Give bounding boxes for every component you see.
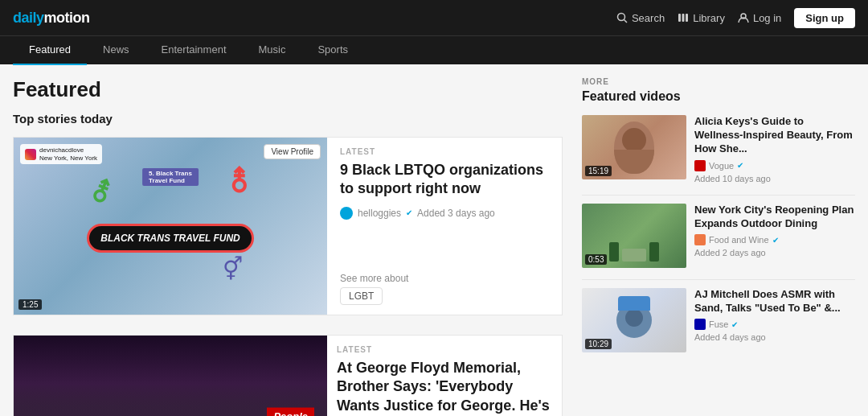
fw-icon xyxy=(694,234,706,245)
fv1-verified: ✔ xyxy=(737,161,743,170)
gender-symbol-green: ⚦ xyxy=(90,178,112,208)
view-profile-button[interactable]: View Profile xyxy=(264,144,321,159)
fv1-title[interactable]: Alicia Keys's Guide to Wellness-Inspired… xyxy=(694,115,855,156)
story-1-info: LATEST 9 Black LBTQO organizations to su… xyxy=(340,138,562,315)
story-1-channel-avatar xyxy=(340,207,353,220)
fv2-title[interactable]: New York City's Reopening Plan Expands O… xyxy=(694,204,855,231)
nav-right-group: Search Library Log in Sign up xyxy=(616,8,855,28)
login-button[interactable]: Log in xyxy=(738,12,781,24)
featured-video-2[interactable]: 0:53 New York City's Reopening Plan Expa… xyxy=(582,204,855,268)
nav-item-featured[interactable]: Featured xyxy=(13,36,87,65)
divider-2 xyxy=(582,279,855,280)
story-2-info: LATEST At George Floyd Memorial, Brother… xyxy=(327,336,562,416)
lgbt-tag[interactable]: LGBT xyxy=(340,287,383,305)
logo-motion: motion xyxy=(44,10,90,26)
fv3-channel: Fuse xyxy=(709,319,728,329)
more-label: MORE xyxy=(582,77,855,86)
fv3-title[interactable]: AJ Mitchell Does ASMR with Sand, Talks "… xyxy=(694,288,855,315)
fv3-info: AJ Mitchell Does ASMR with Sand, Talks "… xyxy=(694,288,855,352)
logo[interactable]: dailymotion xyxy=(13,10,90,27)
fv2-verified: ✔ xyxy=(772,236,779,245)
svg-rect-3 xyxy=(682,14,685,22)
story-2-headline[interactable]: At George Floyd Memorial, Brother Says: … xyxy=(337,359,552,416)
fv1-meta: Vogue ✔ xyxy=(694,160,855,171)
story-1-thumbnail[interactable]: devnichacdloveNew York, New York View Pr… xyxy=(14,138,327,315)
story-1-duration: 1:25 xyxy=(18,299,42,310)
featured-video-1[interactable]: 15:19 Alicia Keys's Guide to Wellness-In… xyxy=(582,115,855,183)
story-1-meta: helloggies ✔ Added 3 days ago xyxy=(340,207,552,220)
see-more-section: See more about LGBT xyxy=(340,273,552,305)
bttf-logo-text: BLACK TRANS TRAVEL FUND xyxy=(87,224,254,253)
svg-point-0 xyxy=(617,14,624,21)
fv2-meta: Food and Wine ✔ xyxy=(694,234,855,245)
see-more-label: See more about xyxy=(340,273,408,284)
story-2-thumbnail[interactable]: People xyxy=(14,336,327,416)
category-navigation: Featured News Entertainment Music Sports xyxy=(0,35,868,64)
library-button[interactable]: Library xyxy=(678,12,725,24)
gender-symbol-red: ⚨ xyxy=(227,166,251,200)
instagram-icon xyxy=(25,149,36,160)
fv3-added: Added 4 days ago xyxy=(694,332,855,342)
signup-button[interactable]: Sign up xyxy=(794,8,855,28)
featured-videos-title: Featured videos xyxy=(582,89,855,104)
fv3-verified: ✔ xyxy=(731,320,738,329)
vogue-icon xyxy=(694,160,706,171)
story-1-added: Added 3 days ago xyxy=(417,208,495,219)
story-card-2: People xyxy=(13,335,563,416)
story-1-latest-label: LATEST xyxy=(340,147,552,156)
fv1-channel: Vogue xyxy=(709,161,734,171)
fv1-added: Added 10 days ago xyxy=(694,174,855,183)
divider-1 xyxy=(582,195,855,196)
people-logo: People xyxy=(267,408,314,417)
svg-line-1 xyxy=(624,20,627,23)
login-label: Log in xyxy=(753,12,781,24)
story-2-latest-label: LATEST xyxy=(337,345,552,354)
fv2-info: New York City's Reopening Plan Expands O… xyxy=(694,204,855,268)
fv3-thumbnail: 10:29 xyxy=(582,288,686,352)
logo-daily: daily xyxy=(13,10,44,26)
svg-rect-4 xyxy=(686,14,688,22)
search-button[interactable]: Search xyxy=(616,12,665,24)
story-card-1: devnichacdloveNew York, New York View Pr… xyxy=(13,137,563,315)
right-panel: MORE Featured videos 15:19 Alicia Keys's… xyxy=(582,77,855,416)
main-content: Featured Top stories today devnichacdlov… xyxy=(0,64,868,416)
nav-item-entertainment[interactable]: Entertainment xyxy=(145,36,243,65)
nav-item-sports[interactable]: Sports xyxy=(301,36,364,65)
fv2-channel: Food and Wine xyxy=(709,235,769,245)
left-panel: Featured Top stories today devnichacdlov… xyxy=(13,77,563,416)
nav-item-news[interactable]: News xyxy=(87,36,145,65)
fv1-info: Alicia Keys's Guide to Wellness-Inspired… xyxy=(694,115,855,183)
svg-rect-2 xyxy=(678,14,681,22)
story-1-channel-name[interactable]: helloggies xyxy=(358,208,401,219)
search-icon xyxy=(616,12,628,23)
fv1-duration: 15:19 xyxy=(585,166,612,176)
user-icon xyxy=(738,12,749,23)
gender-symbol-blue: ⚥ xyxy=(223,256,243,282)
library-icon xyxy=(678,12,689,23)
fv2-duration: 0:53 xyxy=(585,254,607,265)
fv2-added: Added 2 days ago xyxy=(694,248,855,257)
library-label: Library xyxy=(693,12,725,24)
featured-video-3[interactable]: 10:29 AJ Mitchell Does ASMR with Sand, T… xyxy=(582,288,855,352)
fv2-thumbnail: 0:53 xyxy=(582,204,686,268)
section-subtitle: Top stories today xyxy=(13,112,563,126)
fund-label-5: 5. Black TransTravel Fund xyxy=(142,168,199,186)
fv3-duration: 10:29 xyxy=(585,339,612,349)
search-label: Search xyxy=(632,12,665,24)
fv3-meta: Fuse ✔ xyxy=(694,319,855,330)
nav-item-music[interactable]: Music xyxy=(243,36,302,65)
page-title: Featured xyxy=(13,77,563,102)
top-navigation: dailymotion Search Library Log in Sig xyxy=(0,0,868,35)
story-1-headline[interactable]: 9 Black LBTQO organizations to support r… xyxy=(340,161,552,199)
story-1-verified: ✔ xyxy=(406,208,412,217)
fuse-icon xyxy=(694,319,706,330)
fv1-thumbnail: 15:19 xyxy=(582,115,686,179)
